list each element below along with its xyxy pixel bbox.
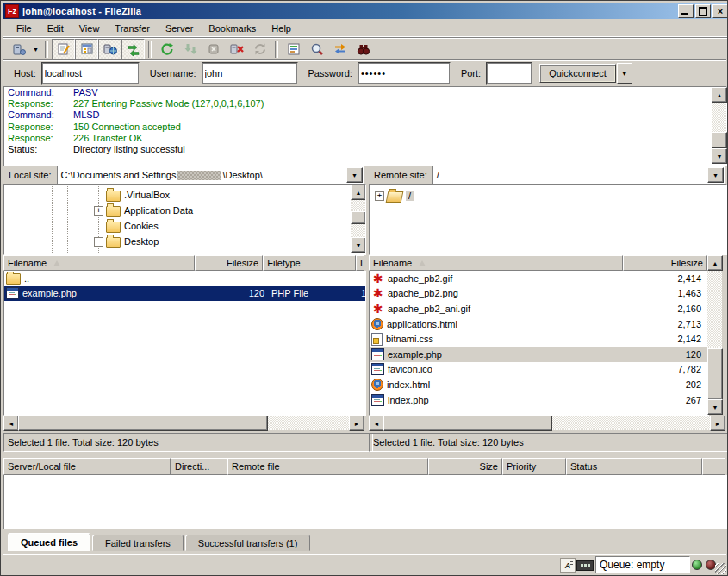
tree-expander-icon[interactable]: + <box>94 206 103 216</box>
file-row[interactable]: apache_pb2.png 1,463 <box>370 286 708 302</box>
queue-tab[interactable]: Queued files <box>8 533 90 551</box>
column-server-local-file[interactable]: Server/Local file <box>3 458 171 475</box>
scroll-right-icon[interactable]: ► <box>710 416 725 431</box>
file-row[interactable]: .. <box>4 271 365 286</box>
title-bar[interactable]: Fz john@localhost - FileZilla × <box>3 3 728 19</box>
column-lastmodified[interactable]: L <box>356 255 364 271</box>
remote-hscrollbar[interactable]: ◄ ► <box>369 416 725 430</box>
scroll-up-icon[interactable]: ▲ <box>712 87 727 103</box>
local-hscrollbar[interactable]: ◄ ► <box>3 416 364 430</box>
column-status[interactable]: Status <box>566 458 702 475</box>
menu-item[interactable]: Bookmarks <box>201 22 264 35</box>
scroll-down-icon[interactable]: ▼ <box>351 237 366 253</box>
maximize-button[interactable] <box>695 4 711 18</box>
tree-item[interactable]: + / <box>370 185 726 203</box>
local-tree-scrollbar[interactable]: ▲ ▼ <box>351 185 365 253</box>
port-input[interactable] <box>486 62 532 85</box>
remote-vscrollbar[interactable]: ▲ ▼ <box>707 255 722 415</box>
tree-item[interactable]: + Application Data <box>94 203 365 218</box>
menu-item[interactable]: Help <box>264 22 299 35</box>
ascii-data-type-icon[interactable]: A <box>560 558 576 573</box>
queue-tab[interactable]: Successful transfers (1) <box>185 535 311 551</box>
find-files-icon[interactable] <box>352 39 375 60</box>
file-row[interactable]: index.php 267 <box>370 392 708 408</box>
tree-item-label: Cookies <box>124 221 159 231</box>
toggle-message-log-icon[interactable] <box>52 39 75 60</box>
disconnect-icon[interactable] <box>225 39 248 60</box>
scroll-left-icon[interactable]: ◄ <box>3 416 19 431</box>
log-scrollbar[interactable]: ▲ ▼ <box>712 87 726 164</box>
file-row[interactable]: favicon.ico 7,782 <box>370 362 708 378</box>
scroll-thumb[interactable] <box>712 132 727 148</box>
toggle-remote-tree-icon[interactable] <box>98 39 121 60</box>
menu-item[interactable]: Server <box>158 22 201 35</box>
scroll-up-icon[interactable]: ▲ <box>351 185 366 200</box>
menu-item[interactable]: View <box>72 22 108 35</box>
file-row[interactable]: apache_pb2.gif 2,414 <box>370 271 708 286</box>
file-row[interactable]: applications.html 2,713 <box>370 316 708 332</box>
file-row[interactable]: example.php 120 PHP File 1 <box>4 286 365 302</box>
password-input[interactable] <box>358 62 451 85</box>
scroll-down-icon[interactable]: ▼ <box>712 148 727 164</box>
column-filesize[interactable]: Filesize <box>623 255 707 271</box>
quickconnect-button[interactable]: Quickconnect <box>539 64 616 83</box>
queue-tab[interactable]: Failed transfers <box>92 535 184 551</box>
file-row[interactable]: apache_pb2_ani.gif 2,160 <box>370 301 708 316</box>
site-manager-dropdown[interactable]: ▼ <box>30 40 41 59</box>
menu-item[interactable]: File <box>9 22 40 35</box>
tree-expander-icon[interactable]: − <box>94 237 103 247</box>
log-rows: Command: PASV Response: 227 Entering Pas… <box>4 87 726 155</box>
column-priority[interactable]: Priority <box>502 458 566 475</box>
local-site-header: Local site: C:\Documents and Settings\De… <box>3 166 364 184</box>
directory-comparison-icon[interactable] <box>305 39 328 60</box>
host-input[interactable] <box>41 62 140 85</box>
combo-dropdown-icon[interactable]: ▼ <box>346 167 363 183</box>
menu-item[interactable]: Edit <box>40 22 72 35</box>
local-site-combo[interactable]: C:\Documents and Settings\Desktop\ ▼ <box>57 166 364 185</box>
scroll-thumb[interactable] <box>18 416 268 431</box>
process-queue-icon[interactable] <box>178 39 202 60</box>
column-filetype[interactable]: Filetype <box>263 255 356 271</box>
local-status-bar: Selected 1 file. Total size: 120 bytes <box>3 433 373 452</box>
minimize-button[interactable] <box>678 4 694 18</box>
tree-item[interactable]: Cookies <box>94 218 365 234</box>
refresh-icon[interactable] <box>155 39 178 60</box>
toggle-queue-icon[interactable] <box>121 39 145 60</box>
column-direction[interactable]: Directi... <box>171 458 227 475</box>
close-button[interactable]: × <box>712 4 728 18</box>
toggle-local-tree-icon[interactable] <box>75 39 98 60</box>
quickconnect-dropdown[interactable]: ▼ <box>617 63 632 84</box>
scroll-thumb[interactable] <box>383 416 552 431</box>
column-filename[interactable]: Filename <box>369 255 623 271</box>
site-manager-icon[interactable] <box>7 39 30 60</box>
username-input[interactable] <box>202 62 298 85</box>
folder-icon <box>106 206 121 217</box>
tree-expander-icon[interactable]: + <box>375 191 384 201</box>
reconnect-icon[interactable] <box>248 39 271 60</box>
column-remote-file[interactable]: Remote file <box>227 458 428 475</box>
column-size[interactable]: Size <box>428 458 502 475</box>
scroll-down-icon[interactable]: ▼ <box>707 399 723 415</box>
file-row[interactable]: index.html 202 <box>370 377 708 392</box>
combo-dropdown-icon[interactable]: ▼ <box>707 167 724 183</box>
scroll-right-icon[interactable]: ► <box>349 416 364 431</box>
file-row[interactable]: example.php 120 <box>370 347 708 362</box>
speed-limits-icon[interactable] <box>576 560 594 571</box>
tree-item[interactable]: − Desktop <box>94 234 365 249</box>
tree-item[interactable]: .VirtualBox <box>94 187 365 203</box>
filezilla-window: { "window": { "title": "john@localhost -… <box>0 0 728 576</box>
resize-grip[interactable] <box>715 563 726 574</box>
scroll-thumb[interactable] <box>351 211 366 224</box>
scroll-left-icon[interactable]: ◄ <box>369 416 384 431</box>
scroll-up-icon[interactable]: ▲ <box>707 255 723 271</box>
menu-item[interactable]: Transfer <box>107 22 158 35</box>
file-row[interactable]: bitnami.css 2,142 <box>370 331 708 347</box>
scroll-thumb[interactable] <box>707 348 723 400</box>
column-filesize[interactable]: Filesize <box>195 255 263 271</box>
filter-icon[interactable] <box>282 39 305 60</box>
open-folder-icon <box>386 191 404 203</box>
column-filename[interactable]: Filename <box>3 255 195 271</box>
cancel-icon[interactable] <box>202 39 225 60</box>
remote-site-combo[interactable]: / ▼ <box>432 166 725 185</box>
synchronized-browsing-icon[interactable] <box>328 39 352 60</box>
